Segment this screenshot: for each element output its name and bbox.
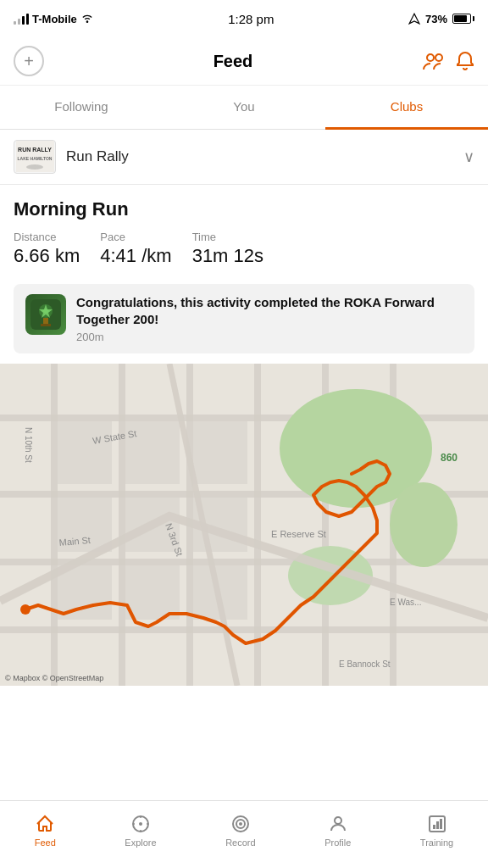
nav-training-label: Training [420, 837, 453, 848]
tab-clubs[interactable]: Clubs [325, 86, 488, 130]
stat-pace: Pace 4:41 /km [100, 231, 171, 267]
svg-rect-49 [433, 825, 435, 829]
stat-time-label: Time [192, 231, 263, 243]
location-arrow-icon [408, 13, 420, 25]
svg-rect-15 [51, 364, 58, 686]
achievement-badge [25, 294, 66, 335]
carrier-label: T-Mobile [32, 13, 77, 25]
compass-icon [130, 814, 151, 834]
nav-item-training[interactable]: Training [410, 809, 463, 853]
stat-pace-value: 4:41 /km [100, 245, 171, 267]
nav-profile-label: Profile [324, 837, 351, 848]
svg-rect-9 [41, 324, 51, 326]
svg-rect-28 [125, 565, 180, 620]
stat-distance: Distance 6.66 km [14, 231, 80, 267]
svg-point-1 [435, 54, 442, 61]
svg-text:E Reserve St: E Reserve St [271, 529, 326, 539]
chevron-down-icon: ∨ [463, 147, 474, 166]
home-icon [35, 814, 55, 834]
svg-text:LAKE HAMILTON: LAKE HAMILTON [17, 156, 52, 161]
svg-point-43 [139, 822, 142, 826]
club-selector[interactable]: RUN RALLY LAKE HAMILTON Run Rally ∨ [0, 130, 488, 185]
status-indicators: 73% [408, 13, 474, 25]
record-icon [230, 814, 251, 834]
map-attribution: © Mapbox © OpenStreetMap [5, 674, 103, 682]
wifi-icon [80, 12, 94, 25]
notification-bell-icon[interactable] [456, 51, 474, 71]
achievement-main: Congratulations, this activity completed… [76, 294, 463, 327]
svg-point-46 [239, 822, 242, 826]
svg-rect-50 [436, 821, 439, 829]
activity-title: Morning Run [14, 198, 474, 220]
svg-point-5 [26, 164, 43, 170]
page-title: Feed [214, 52, 253, 71]
svg-point-32 [390, 482, 458, 567]
nav-item-explore[interactable]: Explore [114, 809, 166, 853]
nav-item-feed[interactable]: Feed [25, 809, 66, 853]
nav-item-record[interactable]: Record [215, 809, 265, 853]
stat-pace-label: Pace [100, 231, 171, 243]
club-logo: RUN RALLY LAKE HAMILTON [14, 140, 56, 174]
achievement-text: Congratulations, this activity completed… [76, 294, 463, 343]
svg-point-0 [427, 54, 434, 61]
svg-text:E Bannock St: E Bannock St [339, 659, 391, 669]
header-right [422, 51, 474, 71]
nav-item-profile[interactable]: Profile [314, 809, 361, 853]
status-carrier: T-Mobile [14, 12, 94, 25]
stat-distance-label: Distance [14, 231, 80, 243]
stats-row: Distance 6.66 km Pace 4:41 /km Time 31m … [14, 231, 474, 267]
add-button[interactable]: + [14, 46, 44, 76]
community-icon[interactable] [422, 51, 446, 71]
stat-time-value: 31m 12s [192, 245, 263, 267]
achievement-sub: 200m [76, 331, 463, 343]
signal-icon [14, 13, 29, 25]
svg-rect-18 [254, 364, 261, 686]
svg-point-47 [335, 817, 341, 824]
achievement-banner[interactable]: Congratulations, this activity completed… [14, 284, 474, 353]
svg-rect-8 [43, 318, 48, 325]
club-info: RUN RALLY LAKE HAMILTON Run Rally [14, 140, 129, 174]
training-chart-icon [427, 814, 447, 834]
svg-rect-21 [58, 421, 112, 484]
stat-distance-value: 6.66 km [14, 245, 80, 267]
svg-rect-23 [193, 421, 247, 484]
nav-feed-label: Feed [35, 837, 56, 848]
status-time: 1:28 pm [228, 12, 274, 26]
person-icon [328, 814, 348, 834]
svg-text:E Was...: E Was... [390, 598, 421, 607]
tab-you[interactable]: You [163, 86, 325, 130]
stat-time: Time 31m 12s [192, 231, 263, 267]
svg-rect-14 [0, 626, 488, 633]
svg-text:RUN RALLY: RUN RALLY [18, 147, 52, 153]
svg-point-41 [20, 604, 30, 615]
battery-icon [452, 14, 474, 24]
header-left: + [14, 46, 44, 76]
nav-record-label: Record [225, 837, 255, 848]
activity-section: Morning Run Distance 6.66 km Pace 4:41 /… [0, 185, 488, 274]
svg-rect-51 [440, 819, 442, 829]
status-bar: T-Mobile 1:28 pm 73% [0, 0, 488, 37]
tabs-bar: Following You Clubs [0, 86, 488, 130]
tab-following[interactable]: Following [0, 86, 163, 130]
activity-map[interactable]: W State St Main St N 3rd St N 10th St E … [0, 364, 488, 686]
svg-rect-16 [119, 364, 125, 686]
bottom-nav: Feed Explore Record Profile Training [0, 800, 488, 868]
svg-text:860: 860 [441, 452, 458, 464]
nav-explore-label: Explore [125, 837, 156, 848]
header: + Feed [0, 37, 488, 86]
battery-percent: 73% [425, 13, 447, 25]
club-name: Run Rally [66, 148, 129, 165]
svg-text:N 10th St: N 10th St [24, 427, 33, 463]
